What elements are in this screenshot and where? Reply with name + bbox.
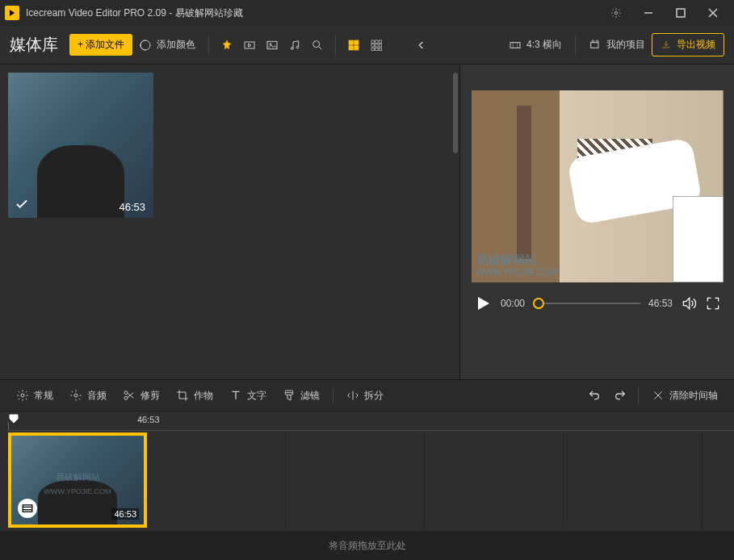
video-track[interactable]: 易破解网站 WWW.YPOJIE.COM 46:53 bbox=[0, 431, 734, 531]
clip-type-icon bbox=[18, 499, 37, 518]
general-button[interactable]: 常规 bbox=[10, 386, 60, 406]
timeline-clip[interactable]: 易破解网站 WWW.YPOJIE.COM 46:53 bbox=[8, 433, 147, 528]
audio-button[interactable]: 音频 bbox=[63, 386, 113, 406]
filter-image-icon[interactable] bbox=[261, 34, 283, 56]
audio-track[interactable]: 将音频拖放至此处 bbox=[0, 531, 734, 560]
svg-line-36 bbox=[128, 393, 133, 398]
add-color-button[interactable]: 添加颜色 bbox=[132, 35, 202, 55]
svg-rect-15 bbox=[349, 45, 353, 49]
export-video-button[interactable]: 导出视频 bbox=[652, 33, 724, 56]
time-ruler[interactable]: 46:53 bbox=[0, 412, 734, 431]
preview-panel: 易破解网站 WWW.YPOJIE.COM 00:00 46:53 bbox=[460, 65, 734, 379]
export-video-label: 导出视频 bbox=[677, 38, 715, 52]
my-projects-label: 我的项目 bbox=[606, 38, 645, 52]
svg-point-11 bbox=[313, 40, 320, 47]
close-button[interactable] bbox=[697, 0, 729, 26]
media-thumbnail bbox=[8, 73, 153, 218]
svg-rect-25 bbox=[380, 48, 382, 50]
svg-rect-20 bbox=[371, 44, 374, 46]
seek-knob[interactable] bbox=[533, 298, 544, 309]
timeline-slot[interactable] bbox=[425, 433, 564, 528]
svg-point-10 bbox=[296, 46, 299, 48]
svg-rect-21 bbox=[375, 44, 378, 46]
maximize-button[interactable] bbox=[665, 0, 697, 26]
ruler-marker: 46:53 bbox=[137, 415, 160, 424]
svg-rect-24 bbox=[375, 48, 378, 50]
add-file-button[interactable]: + 添加文件 bbox=[69, 34, 132, 56]
separator bbox=[208, 36, 209, 55]
svg-line-37 bbox=[128, 393, 133, 398]
svg-point-32 bbox=[21, 394, 24, 397]
svg-rect-29 bbox=[591, 42, 598, 48]
svg-point-35 bbox=[124, 396, 128, 399]
view-small-grid-icon[interactable] bbox=[365, 34, 388, 56]
separator bbox=[333, 387, 333, 403]
timeline-slot[interactable] bbox=[147, 433, 286, 528]
filter-star-icon[interactable] bbox=[216, 34, 238, 56]
svg-rect-17 bbox=[371, 40, 374, 43]
svg-rect-6 bbox=[245, 42, 254, 48]
text-button[interactable]: 文字 bbox=[223, 386, 273, 406]
fullscreen-icon[interactable] bbox=[705, 295, 721, 311]
app-title: Icecream Video Editor PRO 2.09 - 易破解网站珍藏 bbox=[26, 6, 600, 20]
audio-placeholder: 将音频拖放至此处 bbox=[329, 539, 406, 553]
filter-audio-icon[interactable] bbox=[283, 34, 306, 56]
volume-icon[interactable] bbox=[681, 295, 697, 311]
crop-button[interactable]: 作物 bbox=[170, 386, 220, 406]
svg-rect-22 bbox=[380, 44, 382, 46]
clip-duration: 46:53 bbox=[111, 508, 139, 520]
timeline-slot[interactable] bbox=[286, 433, 425, 528]
scrollbar[interactable] bbox=[453, 73, 458, 153]
add-color-label: 添加颜色 bbox=[157, 38, 195, 52]
aspect-ratio-label: 4:3 横向 bbox=[526, 38, 562, 52]
undo-button[interactable] bbox=[583, 384, 606, 407]
trim-button[interactable]: 修剪 bbox=[116, 386, 166, 406]
seek-bar[interactable] bbox=[533, 303, 640, 304]
aspect-ratio-button[interactable]: 4:3 横向 bbox=[502, 35, 568, 55]
split-button[interactable]: 拆分 bbox=[340, 386, 390, 406]
main-toolbar: 媒体库 + 添加文件 添加颜色 4:3 横向 我的项目 导出视频 bbox=[0, 26, 734, 65]
svg-line-12 bbox=[319, 47, 321, 49]
playhead-icon[interactable] bbox=[8, 413, 19, 424]
svg-rect-16 bbox=[354, 45, 359, 49]
play-button[interactable] bbox=[473, 294, 493, 313]
filter-video-icon[interactable] bbox=[238, 34, 261, 56]
preview-video[interactable]: 易破解网站 WWW.YPOJIE.COM bbox=[472, 90, 724, 282]
my-projects-button[interactable]: 我的项目 bbox=[582, 35, 652, 55]
svg-point-30 bbox=[592, 40, 594, 43]
collapse-icon[interactable] bbox=[410, 34, 433, 56]
app-icon bbox=[5, 6, 19, 20]
total-time: 46:53 bbox=[648, 298, 673, 309]
media-item[interactable]: 46:53 bbox=[8, 73, 153, 218]
svg-point-33 bbox=[74, 394, 78, 397]
edit-toolbar: 常规 音频 修剪 作物 文字 滤镜 拆分 清除时间轴 bbox=[0, 379, 734, 412]
separator bbox=[638, 387, 639, 403]
titlebar: Icecream Video Editor PRO 2.09 - 易破解网站珍藏 bbox=[0, 0, 734, 26]
clear-timeline-button[interactable]: 清除时间轴 bbox=[645, 386, 724, 406]
separator bbox=[335, 36, 336, 55]
svg-rect-2 bbox=[677, 9, 685, 17]
svg-rect-43 bbox=[23, 505, 32, 512]
minimize-button[interactable] bbox=[632, 0, 665, 26]
preview-controls: 00:00 46:53 bbox=[470, 282, 724, 328]
timeline: 46:53 易破解网站 WWW.YPOJIE.COM 46:53 将音频拖放至此… bbox=[0, 412, 734, 560]
svg-point-31 bbox=[596, 40, 598, 43]
media-library-panel: 易破解网站 WWW.YPOJIE.COM 46:53 bbox=[0, 65, 460, 379]
view-large-grid-icon[interactable] bbox=[342, 34, 365, 56]
svg-rect-19 bbox=[380, 40, 382, 43]
svg-point-9 bbox=[292, 47, 294, 49]
separator bbox=[575, 36, 576, 55]
settings-button[interactable] bbox=[600, 0, 632, 26]
svg-rect-13 bbox=[349, 40, 353, 44]
media-duration: 46:53 bbox=[115, 201, 149, 213]
search-icon[interactable] bbox=[306, 34, 329, 56]
svg-rect-18 bbox=[375, 40, 378, 43]
current-time: 00:00 bbox=[501, 298, 525, 309]
svg-point-34 bbox=[124, 391, 128, 395]
timeline-slot[interactable] bbox=[564, 433, 703, 528]
library-title: 媒体库 bbox=[10, 34, 58, 56]
filter-button[interactable]: 滤镜 bbox=[276, 386, 326, 406]
svg-rect-26 bbox=[510, 42, 520, 48]
redo-button[interactable] bbox=[609, 384, 631, 407]
preview-watermark: 易破解网站 WWW.YPOJIE.COM bbox=[476, 253, 558, 278]
